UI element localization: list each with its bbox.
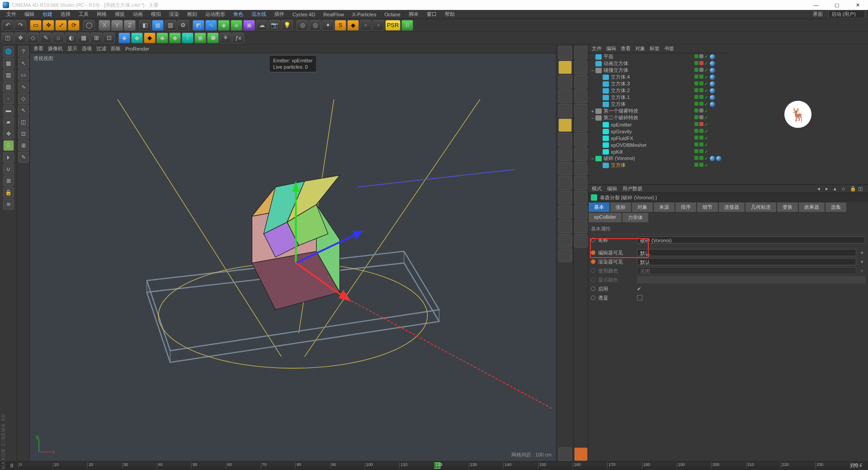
object-row[interactable]: −碰撞立方体✓	[588, 67, 728, 74]
object-name[interactable]: 第二个破碎特效	[604, 114, 683, 121]
visibility-dots[interactable]: ✓	[683, 129, 710, 134]
menu-模拟[interactable]: 模拟	[147, 10, 165, 19]
visibility-dots[interactable]: ✓	[683, 122, 710, 127]
scale-tool[interactable]: ⤢	[55, 20, 67, 31]
vt-6[interactable]	[558, 118, 572, 132]
object-row[interactable]: xpOVDBMesher✓	[588, 141, 728, 148]
mode-tex[interactable]: ▨	[3, 70, 14, 80]
t2-14[interactable]: ◆	[169, 33, 181, 43]
attr-tab-变换[interactable]: 变换	[777, 202, 798, 212]
attr-tab-效果器[interactable]: 效果器	[798, 202, 825, 212]
vt2-gear[interactable]	[574, 447, 588, 461]
attr-tab-选集[interactable]: 选集	[825, 202, 847, 212]
mb-user[interactable]: 用户数据	[623, 185, 642, 192]
viewmenu-摄像机[interactable]: 摄像机	[48, 45, 63, 52]
object-name[interactable]: 立方体.2	[611, 87, 683, 94]
menu-动画[interactable]: 动画	[129, 10, 146, 19]
object-tags[interactable]	[710, 156, 728, 161]
add-spline-button[interactable]: ∿	[205, 20, 217, 31]
vt-12[interactable]	[558, 205, 572, 219]
rotate-tool[interactable]: ⟳	[68, 20, 80, 31]
mb-nav-home[interactable]: ⌂	[842, 186, 848, 192]
object-row[interactable]: xpGravity✓	[588, 128, 728, 135]
visibility-dots[interactable]: ✓	[683, 88, 710, 93]
vt2-11[interactable]	[574, 191, 588, 204]
t2-10[interactable]: ◆	[118, 33, 130, 43]
object-tags[interactable]	[710, 95, 728, 100]
axis-x-button[interactable]: X	[99, 20, 110, 31]
bullet-edvis[interactable]	[591, 250, 595, 255]
chev-edvis[interactable]: ▾	[859, 250, 865, 256]
tp-6[interactable]: ↖	[18, 105, 29, 116]
add-nurbs-button[interactable]: ◈	[231, 20, 242, 31]
vt-10[interactable]	[558, 176, 572, 190]
vt-7[interactable]	[558, 133, 572, 146]
object-tags[interactable]	[710, 75, 728, 80]
vt2-7[interactable]	[574, 133, 588, 146]
attr-tab-来源[interactable]: 来源	[653, 202, 675, 212]
attr-tab-细节[interactable]: 细节	[697, 202, 718, 212]
visibility-dots[interactable]: ✓	[683, 149, 710, 154]
mode-uv[interactable]: ▧	[3, 81, 14, 92]
visibility-dots[interactable]: ✓	[683, 68, 710, 73]
vt2-1[interactable]	[574, 46, 588, 60]
check-enable[interactable]: ✔	[637, 286, 641, 292]
object-tree[interactable]: 平面✓动画立方体✓−碰撞立方体✓立方体.4✓立方体.3✓立方体.2✓立方体.1✓…	[588, 53, 728, 184]
object-name[interactable]: 碰撞立方体	[604, 67, 683, 74]
undo-button[interactable]: ↶	[2, 20, 14, 31]
expand-toggle[interactable]: +	[590, 108, 595, 114]
field-edvis[interactable]: 默认	[637, 249, 856, 256]
object-name[interactable]: xpOVDBMesher	[611, 142, 683, 148]
object-name[interactable]: 第一个烟雾特效	[604, 108, 683, 114]
object-name[interactable]: 平面	[604, 53, 683, 60]
mode-edge[interactable]: ▬	[3, 105, 14, 116]
visibility-dots[interactable]: ✓	[683, 156, 710, 161]
object-row[interactable]: 立方体.4✓	[588, 74, 728, 80]
xp-button-1[interactable]: ◎	[297, 20, 308, 31]
object-row[interactable]: 动画立方体✓	[588, 60, 728, 67]
t2-8[interactable]: ⊞	[90, 33, 102, 43]
vt-14[interactable]	[558, 234, 572, 248]
visibility-dots[interactable]: ✓	[683, 108, 710, 113]
xp-s-button[interactable]: S	[335, 20, 346, 31]
render-region-button[interactable]: ▥	[165, 20, 176, 31]
visibility-dots[interactable]: ✓	[683, 54, 710, 59]
menu-RealFlow[interactable]: RealFlow	[320, 11, 348, 18]
maximize-button[interactable]: ▢	[826, 0, 847, 10]
mb-edit[interactable]: 编辑	[607, 185, 617, 192]
object-tags[interactable]	[710, 88, 728, 94]
object-tags[interactable]	[710, 54, 728, 60]
expand-toggle[interactable]: −	[590, 68, 595, 73]
objtab-标签[interactable]: 标签	[650, 45, 660, 52]
check-xray[interactable]	[637, 295, 642, 301]
menu-流水线[interactable]: 流水线	[248, 10, 270, 19]
vt2-2[interactable]	[574, 61, 588, 74]
t2-1[interactable]: ◫	[2, 33, 14, 43]
menu-捕捉[interactable]: 捕捉	[111, 10, 128, 19]
object-name[interactable]: 立方体.4	[611, 74, 683, 80]
object-name[interactable]: xpEmitter	[611, 122, 683, 127]
select-tool[interactable]: ▭	[30, 20, 42, 31]
timeline-scale[interactable]: 120 010203040506070809010011012013014015…	[18, 462, 850, 469]
mode-axis[interactable]: ✥	[3, 128, 14, 139]
objtab-书签[interactable]: 书签	[664, 45, 674, 52]
vt2-5[interactable]	[574, 104, 588, 118]
mb-nav-up[interactable]: ▴	[834, 186, 840, 192]
tp-5[interactable]: ◇	[18, 93, 29, 104]
objtab-对象[interactable]: 对象	[635, 45, 645, 52]
mb-nav-fwd[interactable]: ▸	[826, 186, 832, 192]
object-name[interactable]: xpKill	[611, 149, 683, 155]
object-name[interactable]: xpGravity	[611, 129, 683, 134]
menu-选择[interactable]: 选择	[57, 10, 74, 19]
visibility-dots[interactable]: ✓	[683, 75, 710, 80]
mode-model[interactable]: S	[3, 140, 14, 151]
add-light-button[interactable]: 💡	[281, 20, 293, 31]
tp-7[interactable]: ◫	[18, 117, 29, 127]
axis-y-button[interactable]: Y	[111, 20, 123, 31]
psr-button[interactable]: PSR	[385, 20, 401, 31]
timeline[interactable]: 0 120 0102030405060708090100110120130140…	[0, 461, 868, 470]
menu-窗口[interactable]: 窗口	[423, 10, 440, 19]
visibility-dots[interactable]: ✓	[683, 95, 710, 100]
bullet-xray[interactable]	[591, 296, 595, 300]
tp-8[interactable]: ⊡	[18, 128, 29, 139]
